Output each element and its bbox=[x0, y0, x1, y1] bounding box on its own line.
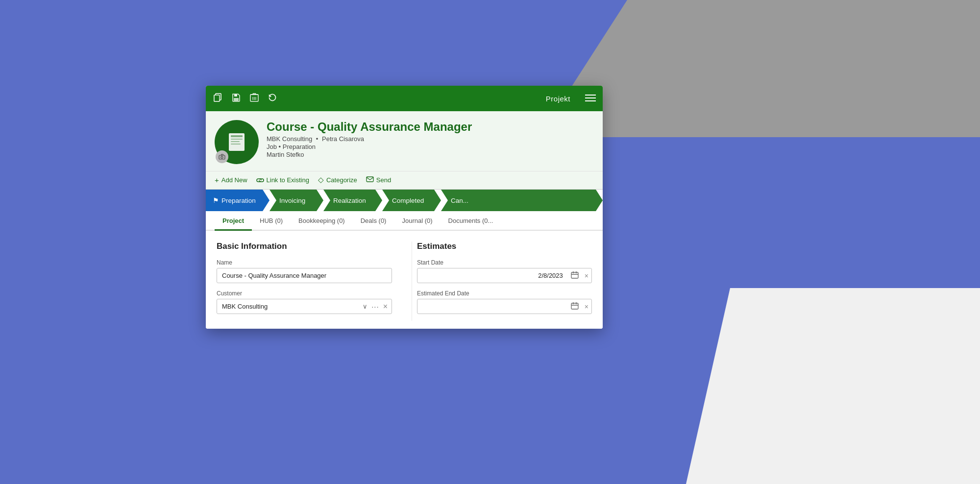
end-date-label: Estimated End Date bbox=[417, 290, 592, 297]
tab-hub[interactable]: HUB (0) bbox=[252, 211, 291, 231]
camera-button[interactable] bbox=[216, 150, 228, 163]
svg-rect-20 bbox=[231, 141, 240, 142]
calendar-icon[interactable] bbox=[568, 271, 582, 280]
estimates-section: Estimates Start Date × bbox=[412, 242, 592, 321]
stage-completed[interactable]: Completed bbox=[382, 190, 441, 211]
customer-input[interactable] bbox=[217, 299, 359, 314]
main-window: Projekt bbox=[206, 86, 603, 329]
svg-rect-25 bbox=[571, 272, 578, 278]
copy-icon[interactable] bbox=[213, 93, 222, 105]
tag-icon: ◇ bbox=[318, 175, 324, 184]
tab-bar: Project HUB (0) Bookkeeping (0) Deals (0… bbox=[206, 211, 603, 231]
start-date-wrap: × bbox=[417, 268, 592, 283]
action-bar: + Add New Link to Existing ◇ Categorize bbox=[206, 171, 603, 190]
stage-invoicing[interactable]: Invoicing bbox=[270, 190, 323, 211]
end-date-input[interactable] bbox=[417, 299, 568, 314]
tab-project[interactable]: Project bbox=[215, 211, 252, 231]
toolbar-title: Projekt bbox=[546, 95, 570, 103]
basic-info-section: Basic Information Name Customer ∨ ··· × bbox=[217, 242, 397, 321]
end-date-clear[interactable]: × bbox=[582, 303, 591, 311]
link-to-existing-button[interactable]: Link to Existing bbox=[256, 176, 309, 184]
svg-rect-19 bbox=[231, 139, 243, 140]
start-date-label: Start Date bbox=[417, 259, 592, 266]
svg-rect-3 bbox=[214, 95, 220, 101]
header-area: Course - Quality Assurance Manager MBK C… bbox=[206, 111, 603, 171]
refresh-icon[interactable] bbox=[268, 93, 277, 105]
ellipsis-icon[interactable]: ··· bbox=[371, 302, 379, 311]
svg-rect-5 bbox=[234, 98, 239, 101]
svg-rect-24 bbox=[367, 177, 373, 182]
end-date-field-group: Estimated End Date × bbox=[417, 290, 592, 314]
name-label: Name bbox=[217, 259, 392, 266]
customer-actions: ∨ ··· × bbox=[359, 302, 392, 311]
tab-documents[interactable]: Documents (0... bbox=[441, 211, 501, 231]
customer-label: Customer bbox=[217, 290, 392, 297]
flag-icon: ⚑ bbox=[213, 196, 219, 204]
svg-rect-4 bbox=[234, 94, 237, 97]
save-icon[interactable] bbox=[231, 93, 241, 105]
svg-rect-29 bbox=[571, 303, 578, 309]
header-manager: Martin Stefko bbox=[267, 151, 592, 158]
avatar-wrap bbox=[215, 120, 259, 164]
header-job: Job • Preparation bbox=[267, 143, 592, 150]
name-field-group: Name bbox=[217, 259, 392, 290]
start-date-field-group: Start Date × bbox=[417, 259, 592, 283]
menu-icon[interactable] bbox=[585, 93, 596, 104]
svg-point-23 bbox=[221, 156, 223, 158]
clear-icon[interactable]: × bbox=[383, 302, 388, 311]
estimates-title: Estimates bbox=[417, 242, 592, 251]
delete-icon[interactable] bbox=[250, 93, 259, 105]
end-calendar-icon[interactable] bbox=[568, 302, 582, 311]
end-date-wrap: × bbox=[417, 299, 592, 314]
basic-info-title: Basic Information bbox=[217, 242, 392, 251]
dropdown-icon[interactable]: ∨ bbox=[363, 303, 368, 310]
link-icon bbox=[256, 176, 264, 184]
tab-bookkeeping[interactable]: Bookkeeping (0) bbox=[291, 211, 353, 231]
start-date-input[interactable] bbox=[417, 268, 568, 283]
plus-icon: + bbox=[215, 176, 219, 184]
stage-bar: ⚑ Preparation Invoicing Realization Comp… bbox=[206, 190, 603, 211]
toolbar: Projekt bbox=[206, 86, 603, 111]
stage-preparation[interactable]: ⚑ Preparation bbox=[206, 190, 270, 211]
send-button[interactable]: Send bbox=[366, 176, 391, 184]
stage-realization[interactable]: Realization bbox=[323, 190, 382, 211]
svg-rect-21 bbox=[231, 144, 241, 145]
add-new-button[interactable]: + Add New bbox=[215, 176, 247, 184]
header-info: Course - Quality Assurance Manager MBK C… bbox=[267, 120, 592, 158]
content-area: Basic Information Name Customer ∨ ··· × bbox=[206, 231, 603, 329]
customer-field-group: Customer ∨ ··· × bbox=[217, 290, 392, 314]
header-company: MBK Consulting • Petra Cisarova bbox=[267, 135, 592, 143]
customer-input-wrap: ∨ ··· × bbox=[217, 299, 392, 314]
start-date-clear[interactable]: × bbox=[582, 272, 591, 280]
tab-journal[interactable]: Journal (0) bbox=[394, 211, 440, 231]
name-input[interactable] bbox=[217, 268, 392, 283]
categorize-button[interactable]: ◇ Categorize bbox=[318, 175, 357, 184]
project-title: Course - Quality Assurance Manager bbox=[267, 120, 570, 134]
tab-deals[interactable]: Deals (0) bbox=[353, 211, 394, 231]
svg-rect-18 bbox=[231, 135, 243, 137]
send-icon bbox=[366, 176, 374, 184]
stage-cancelled[interactable]: Can... bbox=[441, 190, 603, 211]
